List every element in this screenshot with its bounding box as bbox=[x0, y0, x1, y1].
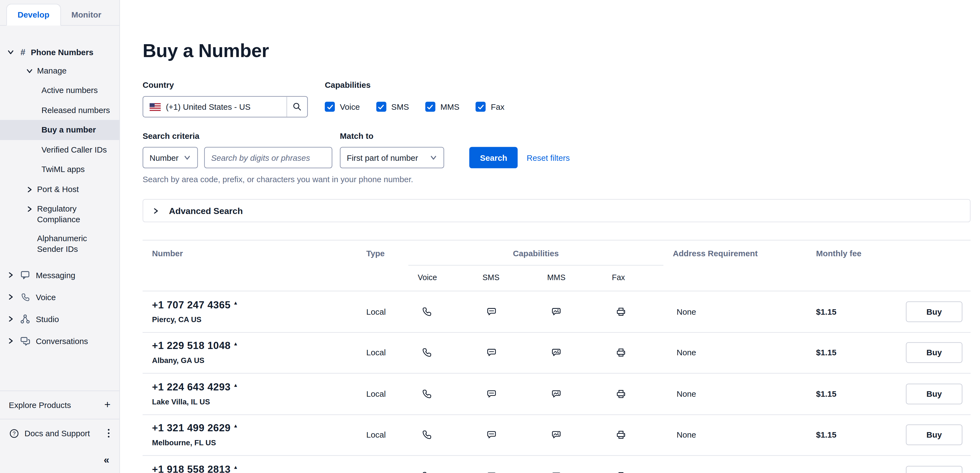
match-to-label: Match to bbox=[340, 131, 444, 140]
address-cell: None bbox=[663, 307, 803, 316]
number-location: Lake Villa, IL US bbox=[152, 397, 357, 406]
capability-label: MMS bbox=[440, 102, 459, 111]
phone-number: +1 707 247 4365 bbox=[152, 299, 231, 311]
table-row: +1 918 558 2813▲ Mcalester, OK US Local … bbox=[142, 456, 970, 473]
fax-capability-icon bbox=[603, 429, 663, 441]
table-row: +1 707 247 4365▲ Piercy, CA US Local Non… bbox=[142, 291, 970, 333]
mms-capability-icon bbox=[538, 306, 603, 317]
buy-button[interactable]: Buy bbox=[906, 343, 963, 363]
capability-label: Voice bbox=[340, 102, 360, 111]
phone-number: +1 321 499 2629 bbox=[152, 423, 231, 434]
chevron-down-icon bbox=[6, 48, 15, 57]
flow-icon bbox=[19, 313, 31, 325]
sidebar-item-active-numbers[interactable]: Active numbers bbox=[0, 80, 119, 100]
type-cell: Local bbox=[357, 348, 409, 357]
nav-label: Alphanumeric Sender IDs bbox=[37, 233, 107, 254]
buy-button[interactable]: Buy bbox=[906, 301, 963, 322]
number-cell: +1 224 643 4293▲ Lake Villa, IL US bbox=[142, 382, 356, 406]
number-cell: +1 918 558 2813▲ Mcalester, OK US bbox=[142, 464, 356, 473]
explore-products-row[interactable]: Explore Products + bbox=[0, 390, 119, 419]
nav-label: Released numbers bbox=[41, 105, 110, 115]
number-location: Piercy, CA US bbox=[152, 315, 357, 324]
sidebar-item-manage[interactable]: Manage bbox=[0, 61, 119, 80]
col-address-requirement: Address Requirement bbox=[663, 240, 803, 265]
capability-label: SMS bbox=[391, 102, 409, 111]
main-content: Buy a Number Country (+1) United States … bbox=[120, 0, 980, 473]
capability-checkbox-fax[interactable]: Fax bbox=[476, 102, 504, 112]
sidebar-item-released-numbers[interactable]: Released numbers bbox=[0, 100, 119, 120]
search-button[interactable]: Search bbox=[469, 147, 518, 168]
criteria-value: Number bbox=[150, 153, 179, 162]
nav-label: Conversations bbox=[36, 336, 88, 345]
sidebar-nav: # Phone Numbers Manage Active numbers Re… bbox=[0, 26, 119, 391]
checkbox-checked-icon[interactable] bbox=[425, 102, 435, 112]
collapse-sidebar-icon[interactable]: « bbox=[104, 455, 109, 466]
sidebar-item-phone-numbers[interactable]: # Phone Numbers bbox=[0, 43, 119, 61]
capability-checkbox-sms[interactable]: SMS bbox=[376, 102, 409, 112]
number-location: Melbourne, FL US bbox=[152, 438, 357, 447]
capability-checkbox-mms[interactable]: MMS bbox=[425, 102, 459, 112]
mms-capability-icon bbox=[538, 388, 603, 400]
tab-develop[interactable]: Develop bbox=[6, 4, 60, 26]
country-label: Country bbox=[142, 80, 308, 90]
sidebar-item-messaging[interactable]: Messaging bbox=[0, 264, 119, 286]
app-window: Develop Monitor # Phone Numbers Manage A… bbox=[0, 0, 980, 473]
buy-button[interactable]: Buy bbox=[906, 425, 963, 446]
hash-icon: # bbox=[18, 47, 27, 57]
sidebar-item-conversations[interactable]: Conversations bbox=[0, 330, 119, 352]
kebab-menu-icon[interactable] bbox=[107, 427, 111, 439]
capability-label: Fax bbox=[491, 102, 504, 111]
sms-capability-icon bbox=[473, 306, 538, 317]
sidebar-collapse-row: « bbox=[0, 447, 119, 473]
address-cell: None bbox=[663, 389, 803, 398]
country-value: (+1) United States - US bbox=[166, 102, 250, 111]
sidebar-item-voice[interactable]: Voice bbox=[0, 286, 119, 308]
capabilities-field: Capabilities Voice SMS MMS bbox=[325, 80, 504, 117]
sidebar-item-verified-caller-ids[interactable]: Verified Caller IDs bbox=[0, 140, 119, 159]
docs-support-row[interactable]: Docs and Support bbox=[0, 419, 119, 447]
checkbox-checked-icon[interactable] bbox=[376, 102, 386, 112]
nav-label: Port & Host bbox=[37, 184, 107, 194]
buy-button[interactable]: Buy bbox=[906, 466, 963, 473]
capability-checkbox-voice[interactable]: Voice bbox=[325, 102, 360, 112]
subcol-sms: SMS bbox=[473, 265, 538, 291]
col-type: Type bbox=[357, 240, 409, 265]
chevron-down-icon bbox=[425, 154, 437, 161]
sidebar-item-port-host[interactable]: Port & Host bbox=[0, 179, 119, 198]
match-to-select[interactable]: First part of number bbox=[340, 147, 444, 168]
chevron-right-icon bbox=[25, 205, 34, 213]
voice-capability-icon bbox=[408, 429, 473, 441]
checkbox-checked-icon[interactable] bbox=[476, 102, 486, 112]
question-icon bbox=[9, 428, 19, 439]
subcol-mms: MMS bbox=[538, 265, 603, 291]
criteria-select[interactable]: Number bbox=[142, 147, 198, 168]
tab-monitor[interactable]: Monitor bbox=[60, 5, 112, 25]
advanced-search-label: Advanced Search bbox=[169, 205, 243, 216]
sidebar-item-studio[interactable]: Studio bbox=[0, 308, 119, 330]
sidebar-item-twiml-apps[interactable]: TwiML apps bbox=[0, 159, 119, 179]
sidebar: Develop Monitor # Phone Numbers Manage A… bbox=[0, 0, 120, 473]
country-search-icon[interactable] bbox=[286, 97, 307, 117]
search-input[interactable] bbox=[204, 147, 332, 168]
voice-capability-icon bbox=[408, 388, 473, 400]
sms-capability-icon bbox=[473, 429, 538, 441]
reset-filters-link[interactable]: Reset filters bbox=[527, 147, 570, 168]
number-cell: +1 229 518 1048▲ Albany, GA US bbox=[142, 340, 356, 365]
search-criteria-label: Search criteria bbox=[142, 131, 332, 140]
table-row: +1 321 499 2629▲ Melbourne, FL US Local … bbox=[142, 415, 970, 456]
phone-icon bbox=[19, 291, 31, 303]
sidebar-item-regulatory-compliance[interactable]: Regulatory Compliance bbox=[0, 198, 119, 229]
fee-cell: $1.15 bbox=[803, 307, 891, 316]
advanced-search-toggle[interactable]: Advanced Search bbox=[142, 199, 970, 222]
mms-capability-icon bbox=[538, 429, 603, 441]
plus-icon[interactable]: + bbox=[104, 398, 111, 411]
chat-bubble-icon bbox=[19, 270, 31, 281]
sidebar-item-buy-a-number[interactable]: Buy a number bbox=[0, 120, 119, 140]
country-select[interactable]: (+1) United States - US bbox=[142, 96, 308, 117]
chevron-right-icon bbox=[6, 292, 15, 301]
sidebar-item-alphanumeric-sender-ids[interactable]: Alphanumeric Sender IDs bbox=[0, 229, 119, 258]
fee-cell: $1.15 bbox=[803, 389, 891, 398]
nav-label: Messaging bbox=[36, 270, 75, 279]
buy-button[interactable]: Buy bbox=[906, 384, 963, 405]
checkbox-checked-icon[interactable] bbox=[325, 102, 335, 112]
